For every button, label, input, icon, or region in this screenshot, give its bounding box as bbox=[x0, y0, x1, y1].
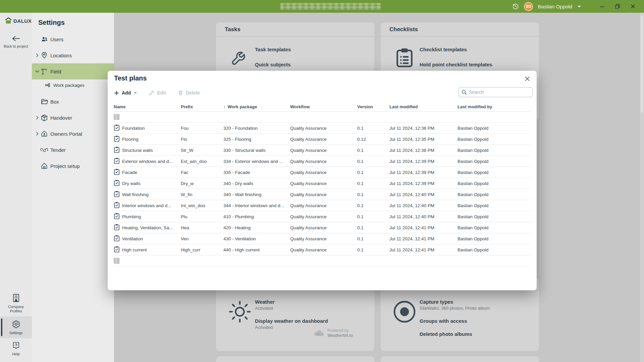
edit-button[interactable]: Edit bbox=[149, 90, 166, 96]
col-header-name[interactable]: Name bbox=[114, 104, 181, 109]
cell-version: 0.1 bbox=[357, 247, 389, 252]
cell-workflow: Quality Assurance bbox=[290, 126, 357, 131]
cell-last-modified-by: Bastian Oppold bbox=[458, 159, 531, 164]
cell-version: 0.1 bbox=[357, 225, 389, 230]
table-row[interactable] bbox=[114, 255, 531, 266]
cell-workflow: Quality Assurance bbox=[290, 170, 357, 175]
card-link[interactable]: Deleted photo albums bbox=[420, 331, 490, 337]
close-icon[interactable] bbox=[523, 74, 532, 83]
rail-item-label: Settings bbox=[0, 331, 32, 335]
table-row[interactable]: Wall finishingW_fin340 - Wall finishingQ… bbox=[114, 189, 531, 200]
cell-last-modified: Jul 11 2024, 12:40 PM bbox=[389, 203, 458, 208]
col-header-version[interactable]: Version bbox=[357, 104, 389, 109]
col-header-workflow[interactable]: Workflow bbox=[290, 104, 357, 109]
dalux-logo-text: DALUX bbox=[13, 18, 32, 24]
table-row[interactable]: PlumbingPlu410 - PlumbingQuality Assuran… bbox=[114, 211, 531, 222]
chevron-right-icon[interactable] bbox=[35, 53, 40, 57]
gear-icon bbox=[12, 324, 20, 329]
sidebar-item-work-packages[interactable]: Work packages bbox=[32, 79, 114, 91]
sidebar-item-label: Tender bbox=[50, 147, 66, 153]
close-window-button[interactable] bbox=[625, 0, 641, 13]
maximize-button[interactable] bbox=[610, 0, 625, 13]
chevron-right-icon[interactable] bbox=[35, 132, 40, 136]
cell-prefix: Str_W bbox=[181, 148, 223, 153]
table-row[interactable]: Exterior windows and d...Ext_win_doo334 … bbox=[114, 156, 531, 167]
col-header-work-package[interactable]: ↑Work package bbox=[223, 104, 290, 109]
dalux-logo[interactable]: DALUX bbox=[5, 17, 32, 24]
table-row[interactable]: Heating, Ventilation, Sa...Hea420 - Heat… bbox=[114, 222, 531, 233]
cell-last-modified-by: Bastian Oppold bbox=[458, 148, 531, 153]
rail-item-company-profiles[interactable]: CompanyProfiles bbox=[0, 290, 32, 316]
search-input[interactable] bbox=[469, 89, 530, 95]
sidebar-item-label: Handover bbox=[50, 115, 72, 121]
cell-last-modified: Jul 11 2024, 12:38 PM bbox=[389, 148, 458, 153]
sidebar-item-locations[interactable]: Locations bbox=[32, 47, 114, 63]
cell-name: Wall finishing bbox=[122, 192, 181, 197]
cell-last-modified-by: Bastian Oppold bbox=[458, 137, 531, 142]
help-icon: ? bbox=[12, 345, 20, 351]
add-button[interactable]: Add bbox=[114, 90, 137, 96]
card-link[interactable]: WeatherActivated bbox=[255, 299, 328, 311]
card-link[interactable]: Groups with access bbox=[420, 318, 490, 324]
sidebar-item-handover[interactable]: Handover bbox=[32, 110, 114, 126]
minimize-button[interactable] bbox=[594, 0, 610, 13]
cell-last-modified-by: Bastian Oppold bbox=[458, 236, 531, 241]
cell-last-modified: Jul 11 2024, 12:36 PM bbox=[389, 126, 458, 131]
partial-card bbox=[216, 356, 374, 362]
card-link[interactable]: Capture typesSiteWalks, 360 photos, Phot… bbox=[420, 299, 490, 311]
cell-workflow: Quality Assurance bbox=[290, 137, 357, 142]
table-row[interactable]: FlooringFlo325 - FlooringQuality Assuran… bbox=[114, 134, 531, 145]
cell-version: 0.1 bbox=[357, 214, 389, 219]
cell-workflow: Quality Assurance bbox=[290, 214, 357, 219]
table-row[interactable]: Dry wallsDry_w340 - Dry wallsQuality Ass… bbox=[114, 178, 531, 189]
back-to-project-button[interactable]: Back to project bbox=[0, 36, 32, 49]
cell-last-modified-by: Bastian Oppold bbox=[458, 203, 531, 208]
chevron-down-icon[interactable] bbox=[578, 6, 581, 7]
col-header-last-modified[interactable]: Last modified bbox=[389, 104, 458, 109]
cell-prefix: Flo bbox=[181, 137, 223, 142]
sidebar-item-box[interactable]: Box bbox=[32, 94, 114, 110]
cell-work-package: 410 - Plumbing bbox=[223, 214, 290, 219]
cell-work-package: 420 - Heating bbox=[223, 225, 290, 230]
cell-name: Flooring bbox=[122, 137, 181, 142]
sidebar-item-tender[interactable]: Tender bbox=[32, 142, 114, 158]
cell-work-package: 330 - Structural walls bbox=[223, 148, 290, 153]
cell-last-modified: Jul 11 2024, 12:41 PM bbox=[389, 225, 458, 230]
cell-last-modified: Jul 11 2024, 12:35 PM bbox=[389, 137, 458, 142]
table-row[interactable]: VentilationVen430 - VentilationQuality A… bbox=[114, 233, 531, 244]
history-icon[interactable] bbox=[512, 3, 519, 10]
col-header-last-modified-by[interactable]: Last modified by bbox=[458, 104, 531, 109]
card-link[interactable]: Quick subjects bbox=[255, 62, 291, 67]
card-link[interactable]: Task templates bbox=[255, 47, 291, 52]
test-plan-icon bbox=[114, 213, 120, 220]
table-row[interactable]: FoundationFou320 - FoundationQuality Ass… bbox=[114, 123, 531, 134]
cell-prefix: Ven bbox=[181, 236, 223, 241]
avatar[interactable]: BO bbox=[524, 2, 533, 11]
rail-item-settings[interactable]: Settings bbox=[0, 316, 32, 338]
partial-card bbox=[381, 356, 539, 362]
test-plan-icon bbox=[114, 202, 120, 209]
table-row[interactable]: Interior windows and d...Int_win_doo344 … bbox=[114, 200, 531, 211]
col-header-prefix[interactable]: Prefix bbox=[181, 104, 223, 109]
table-row[interactable]: Structural wallsStr_W330 - Structural wa… bbox=[114, 145, 531, 156]
cell-last-modified-by: Bastian Oppold bbox=[458, 126, 531, 131]
delete-button[interactable]: Delete bbox=[178, 90, 200, 96]
card-link[interactable]: Hold point checklist templates bbox=[420, 62, 492, 67]
sidebar-item-owners-portal[interactable]: Owners Portal bbox=[32, 126, 114, 142]
sidebar-item-project-setup[interactable]: Project setup bbox=[32, 158, 114, 174]
test-plan-icon bbox=[114, 180, 120, 187]
rail-item-help[interactable]: ? Help bbox=[0, 338, 32, 359]
main-scrollbar[interactable] bbox=[640, 13, 644, 362]
user-name[interactable]: Bastian Oppold bbox=[538, 4, 572, 9]
cell-version: 0.1 bbox=[357, 148, 389, 153]
table-row[interactable]: High currentHigh_curr440 - High currentQ… bbox=[114, 244, 531, 255]
chevron-down-icon[interactable] bbox=[35, 70, 40, 73]
table-row[interactable]: FacadeFac335 - FacadeQuality Assurance0.… bbox=[114, 167, 531, 178]
test-plan-icon bbox=[114, 158, 120, 165]
chevron-right-icon[interactable] bbox=[35, 116, 40, 120]
table-row[interactable] bbox=[114, 112, 531, 123]
cell-version: 0.1 bbox=[357, 203, 389, 208]
sidebar-item-field[interactable]: Field bbox=[32, 63, 114, 79]
sidebar-item-users[interactable]: Users bbox=[32, 31, 114, 47]
card-link[interactable]: Checklist templates bbox=[420, 47, 492, 52]
